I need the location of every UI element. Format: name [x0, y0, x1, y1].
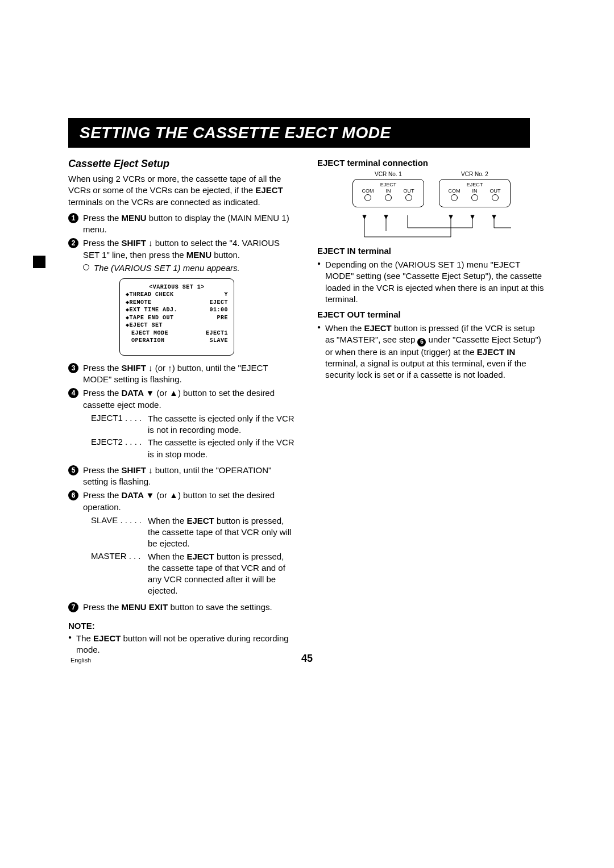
menu-row: ◆EJECT SET — [126, 322, 228, 329]
step-7: 7 Press the MENU EXIT button to save the… — [68, 602, 297, 613]
port-in: IN — [466, 188, 483, 201]
step-number-icon: 7 — [68, 602, 78, 612]
section-heading: Cassette Eject Setup — [68, 158, 297, 170]
option-eject1: EJECT1 . . . . The cassette is ejected o… — [91, 413, 297, 436]
port-icon — [364, 194, 371, 201]
port-com: COM — [359, 188, 376, 201]
port-icon — [492, 194, 499, 201]
port-icon — [405, 194, 412, 201]
step-2-sub: The (VARIOUS SET 1) menu appears. — [83, 263, 297, 273]
port-in: IN — [380, 188, 397, 201]
step-number-icon: 6 — [68, 490, 78, 500]
menu-row: ◆REMOTEEJECT — [126, 299, 228, 307]
step-number-icon: 4 — [68, 388, 78, 398]
page-title: SETTING THE CASSETTE EJECT MODE — [80, 124, 391, 142]
step-1: 1 Press the MENU button to display the (… — [68, 212, 297, 236]
left-column: Cassette Eject Setup When using 2 VCRs o… — [68, 158, 297, 657]
note-bullet: The EJECT button will not be operative d… — [68, 633, 297, 656]
step-2: 2 Press the SHIFT ↓ button to select the… — [68, 237, 297, 261]
page-number: 45 — [301, 653, 313, 665]
step-4: 4 Press the DATA ▼ (or ▲) button to set … — [68, 387, 297, 411]
port-icon — [471, 194, 478, 201]
eject-mode-options: EJECT1 . . . . The cassette is ejected o… — [91, 413, 297, 460]
step-number-icon: 5 — [68, 465, 78, 475]
port-out: OUT — [487, 188, 504, 201]
step-number-icon: 2 — [68, 238, 78, 248]
operation-options: SLAVE . . . . . When the EJECT button is… — [91, 515, 297, 597]
port-icon — [451, 194, 458, 201]
eject-out-text: When the EJECT button is pressed (if the… — [317, 323, 546, 381]
manual-page: SETTING THE CASSETTE EJECT MODE Cassette… — [0, 0, 614, 691]
step-number-icon: 1 — [68, 213, 78, 223]
option-slave: SLAVE . . . . . When the EJECT button is… — [91, 515, 297, 550]
language-label: English — [70, 657, 91, 663]
connection-diagram: VCR No. 1 EJECT COM IN OUT VCR No. 2 — [341, 171, 522, 241]
step-number-icon: 3 — [68, 363, 78, 373]
port-com: COM — [446, 188, 463, 201]
vcr-1: VCR No. 1 EJECT COM IN OUT — [352, 171, 424, 207]
page-title-bar: SETTING THE CASSETTE EJECT MODE — [68, 118, 530, 148]
menu-row: ◆THREAD CHECKY — [126, 291, 228, 299]
osd-menu-screenshot: <VARIOUS SET 1> ◆THREAD CHECKY ◆REMOTEEJ… — [119, 278, 234, 356]
port-icon — [385, 194, 392, 201]
step-6: 6 Press the DATA ▼ (or ▲) button to set … — [68, 490, 297, 513]
eject-in-heading: EJECT IN terminal — [317, 246, 546, 256]
step-ref-6-icon: 6 — [417, 338, 426, 347]
eject-in-text: Depending on the (VARIOUS SET 1) menu "E… — [317, 259, 546, 305]
menu-row: ◆TAPE END OUTPRE — [126, 314, 228, 322]
menu-row: ◆EXT TIME ADJ.01:00 — [126, 306, 228, 314]
note-heading: NOTE: — [68, 621, 297, 631]
two-column-layout: Cassette Eject Setup When using 2 VCRs o… — [68, 158, 546, 657]
option-master: MASTER . . . When the EJECT button is pr… — [91, 551, 297, 597]
menu-subrow: OPERATIONSLAVE — [126, 337, 228, 345]
eject-connection-heading: EJECT terminal connection — [317, 158, 546, 168]
step-3: 3 Press the SHIFT ↓ (or ↑) button, until… — [68, 362, 297, 386]
intro-text: When using 2 VCRs or more, the cassette … — [68, 173, 297, 208]
menu-subrow: EJECT MODEEJECT1 — [126, 329, 228, 337]
eject-out-heading: EJECT OUT terminal — [317, 310, 546, 319]
option-eject2: EJECT2 . . . . The cassette is ejected o… — [91, 437, 297, 460]
step-5: 5 Press the SHIFT ↓ button, until the "O… — [68, 465, 297, 488]
menu-title: <VARIOUS SET 1> — [126, 283, 228, 291]
edge-tab — [33, 256, 45, 268]
port-out: OUT — [400, 188, 417, 201]
vcr-2: VCR No. 2 EJECT COM IN OUT — [439, 171, 511, 207]
right-column: EJECT terminal connection VCR No. 1 EJEC… — [317, 158, 546, 657]
wire-diagram — [341, 214, 522, 241]
